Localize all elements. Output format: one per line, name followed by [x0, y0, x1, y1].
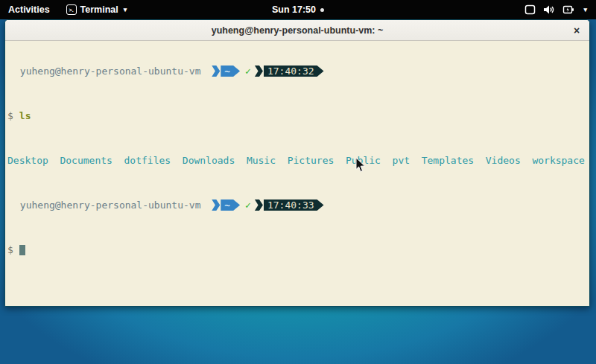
- prompt-dollar: $: [7, 110, 13, 121]
- clock-button[interactable]: Sun 17:50: [272, 0, 324, 19]
- chevron-down-icon: ▾: [124, 6, 127, 13]
- screen-icon: [524, 4, 536, 15]
- terminal-window: yuheng@henry-personal-ubuntu-vm: ~ × yuh…: [4, 19, 590, 307]
- prompt-user: yuheng@henry-personal-ubuntu-vm: [14, 66, 206, 77]
- typed-command: ls: [19, 110, 31, 121]
- status-check-icon: ✓: [245, 66, 251, 77]
- powerline-arrow-icon: [212, 66, 220, 77]
- activities-button[interactable]: Activities: [0, 0, 58, 19]
- prompt-dollar: $: [7, 244, 13, 255]
- top-bar: Activities >. Terminal ▾ Sun 17:50 ▾: [0, 0, 596, 19]
- app-menu-button[interactable]: >. Terminal ▾: [58, 0, 136, 19]
- mouse-pointer-icon: [355, 157, 366, 173]
- prompt-time: 17:40:32: [264, 66, 324, 77]
- prompt-path: ~: [221, 199, 240, 211]
- prompt-line-2: yuheng@henry-personal-ubuntu-vm ~ ✓ 17:4…: [7, 199, 587, 211]
- status-check-icon: ✓: [245, 199, 251, 211]
- clock-label: Sun 17:50: [272, 4, 316, 15]
- terminal-cursor: [19, 245, 25, 255]
- terminal-content[interactable]: yuheng@henry-personal-ubuntu-vm ~ ✓ 17:4…: [5, 41, 589, 306]
- prompt-path: ~: [221, 66, 240, 77]
- powerline-arrow-icon: [212, 199, 220, 211]
- app-menu-label: Terminal: [80, 4, 118, 15]
- battery-charging-icon: [562, 4, 574, 15]
- prompt-line-1: yuheng@henry-personal-ubuntu-vm ~ ✓ 17:4…: [7, 66, 587, 77]
- close-button[interactable]: ×: [570, 24, 583, 37]
- system-status-menu[interactable]: ▾: [516, 0, 596, 19]
- prompt-user: yuheng@henry-personal-ubuntu-vm: [14, 199, 206, 211]
- command-line-2: $: [7, 244, 587, 255]
- ls-output-line: Desktop Documents dotfiles Downloads Mus…: [7, 155, 587, 166]
- window-titlebar[interactable]: yuheng@henry-personal-ubuntu-vm: ~ ×: [5, 20, 589, 41]
- powerline-arrow-icon: [255, 66, 263, 77]
- command-line-1: $ ls: [7, 110, 587, 121]
- terminal-icon: >.: [66, 4, 77, 15]
- notification-dot-icon: [320, 8, 324, 12]
- chevron-down-icon: ▾: [583, 6, 587, 13]
- powerline-arrow-icon: [255, 199, 263, 211]
- directory-list: Desktop Documents dotfiles Downloads Mus…: [7, 155, 585, 166]
- volume-icon: [543, 4, 555, 15]
- window-title: yuheng@henry-personal-ubuntu-vm: ~: [212, 25, 384, 36]
- prompt-time: 17:40:33: [264, 199, 324, 211]
